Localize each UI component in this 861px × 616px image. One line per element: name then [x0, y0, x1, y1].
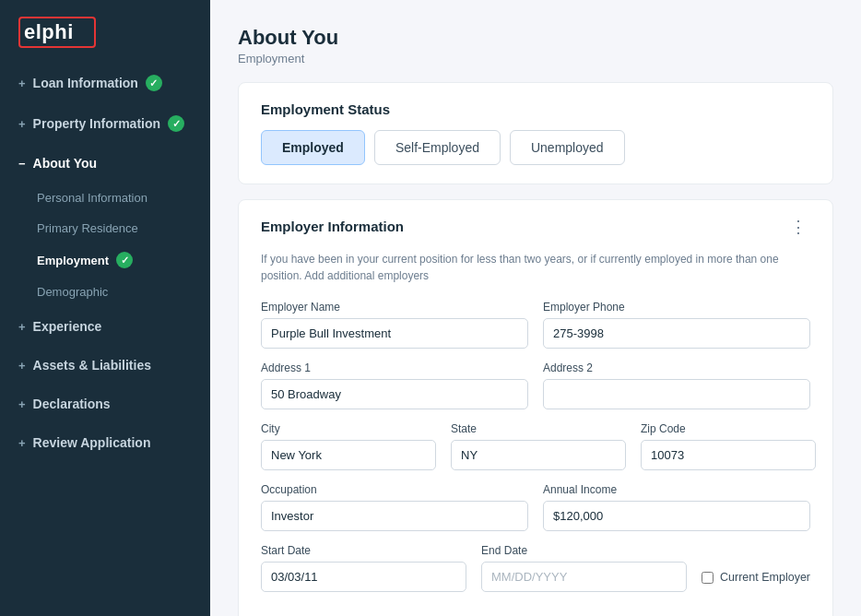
- address2-input[interactable]: [543, 379, 810, 409]
- form-row-5: Start Date End Date Current Employer: [261, 544, 810, 592]
- form-row-4: Occupation Annual Income: [261, 483, 810, 531]
- occupation-label: Occupation: [261, 483, 528, 496]
- plus-icon: +: [18, 359, 26, 373]
- sidebar-logo: elphi: [0, 0, 210, 63]
- plus-icon: +: [18, 436, 26, 450]
- annual-income-group: Annual Income: [543, 483, 810, 531]
- address2-group: Address 2: [543, 361, 810, 409]
- sidebar-item-label: Review Application: [33, 435, 151, 450]
- employer-phone-group: Employer Phone: [543, 301, 810, 349]
- sidebar-nav: + Loan Information ✓ + Property Informat…: [0, 63, 210, 616]
- start-date-label: Start Date: [261, 544, 466, 557]
- sidebar-item-experience[interactable]: + Experience: [0, 307, 210, 346]
- unemployed-button[interactable]: Unemployed: [510, 130, 625, 165]
- sidebar-item-personal-information[interactable]: Personal Information: [0, 183, 210, 213]
- occupation-input[interactable]: [261, 501, 528, 531]
- dots-menu-button[interactable]: ⋮: [786, 219, 810, 235]
- annual-income-label: Annual Income: [543, 483, 810, 496]
- start-date-input[interactable]: [261, 562, 466, 592]
- sidebar-item-primary-residence[interactable]: Primary Residence: [0, 213, 210, 243]
- check-icon: ✓: [168, 115, 184, 132]
- employer-card-description: If you have been in your current positio…: [261, 251, 810, 284]
- check-icon: ✓: [146, 75, 162, 91]
- sidebar-item-label: Loan Information: [33, 76, 138, 90]
- form-row-3: City State Zip Code: [261, 422, 810, 470]
- city-group: City: [261, 422, 436, 470]
- page-subtitle: Employment: [238, 52, 833, 65]
- current-employer-group: Current Employer: [702, 563, 810, 592]
- form-row-1: Employer Name Employer Phone: [261, 301, 810, 349]
- state-input[interactable]: [451, 440, 626, 470]
- page-title: About You: [238, 26, 833, 50]
- state-label: State: [451, 422, 626, 435]
- plus-icon: +: [18, 117, 26, 131]
- sidebar: elphi + Loan Information ✓ + Property In…: [0, 0, 210, 616]
- address1-input[interactable]: [261, 379, 528, 409]
- employer-card-header: Employer Information ⋮: [261, 219, 810, 247]
- sub-nav-label: Employment: [37, 254, 109, 267]
- minus-icon: −: [18, 157, 26, 171]
- check-icon: ✓: [116, 252, 133, 268]
- sub-nav-label: Primary Residence: [37, 221, 138, 235]
- sidebar-item-loan-information[interactable]: + Loan Information ✓: [0, 63, 210, 103]
- plus-icon: +: [18, 397, 26, 411]
- sidebar-item-label: Declarations: [33, 397, 111, 411]
- city-input[interactable]: [261, 440, 436, 470]
- sidebar-item-label: Experience: [33, 319, 102, 334]
- employer-information-card: Employer Information ⋮ If you have been …: [238, 199, 833, 616]
- sidebar-item-about-you[interactable]: − About You: [0, 144, 210, 183]
- form-row-2: Address 1 Address 2: [261, 361, 810, 409]
- state-group: State: [451, 422, 626, 470]
- current-employer-label: Current Employer: [720, 571, 810, 584]
- employer-info-title: Employer Information: [261, 219, 404, 234]
- employer-phone-input[interactable]: [543, 318, 810, 349]
- sub-nav-label: Personal Information: [37, 191, 147, 205]
- sidebar-item-review-application[interactable]: + Review Application: [0, 423, 210, 462]
- occupation-group: Occupation: [261, 483, 528, 531]
- sidebar-item-label: About You: [33, 156, 97, 171]
- address1-label: Address 1: [261, 361, 528, 374]
- sidebar-item-label: Assets & Liabilities: [33, 358, 151, 373]
- end-date-group: End Date: [481, 544, 687, 592]
- address2-label: Address 2: [543, 361, 810, 374]
- zip-input[interactable]: [641, 440, 816, 470]
- sub-nav-label: Demographic: [37, 285, 108, 299]
- sidebar-item-property-information[interactable]: + Property Information ✓: [0, 103, 210, 144]
- logo-text: elphi: [18, 17, 96, 48]
- start-date-group: Start Date: [261, 544, 466, 592]
- sub-nav-about-you: Personal Information Primary Residence E…: [0, 183, 210, 307]
- plus-icon: +: [18, 77, 26, 90]
- employer-phone-label: Employer Phone: [543, 301, 810, 314]
- employment-status-card: Employment Status Employed Self-Employed…: [238, 82, 833, 184]
- employer-name-input[interactable]: [261, 318, 528, 349]
- current-employer-checkbox[interactable]: [702, 572, 714, 584]
- end-date-input[interactable]: [481, 562, 687, 592]
- sidebar-item-declarations[interactable]: + Declarations: [0, 385, 210, 423]
- end-date-label: End Date: [481, 544, 687, 557]
- employer-name-group: Employer Name: [261, 301, 528, 349]
- zip-label: Zip Code: [641, 422, 816, 435]
- sidebar-item-demographic[interactable]: Demographic: [0, 277, 210, 307]
- main-content: About You Employment Employment Status E…: [210, 0, 861, 616]
- employer-name-label: Employer Name: [261, 301, 528, 314]
- self-employed-button[interactable]: Self-Employed: [374, 130, 501, 165]
- sidebar-item-label: Property Information: [33, 116, 160, 131]
- city-label: City: [261, 422, 436, 435]
- plus-icon: +: [18, 320, 26, 334]
- employment-status-title: Employment Status: [261, 101, 810, 117]
- employed-button[interactable]: Employed: [261, 130, 365, 165]
- annual-income-input[interactable]: [543, 501, 810, 531]
- zip-group: Zip Code: [641, 422, 816, 470]
- employment-status-buttons: Employed Self-Employed Unemployed: [261, 130, 810, 165]
- address1-group: Address 1: [261, 361, 528, 409]
- sidebar-item-employment[interactable]: Employment ✓: [0, 243, 210, 277]
- sidebar-item-assets-liabilities[interactable]: + Assets & Liabilities: [0, 346, 210, 385]
